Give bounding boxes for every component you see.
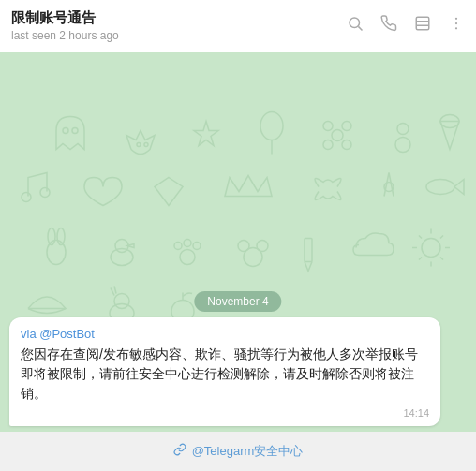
svg-point-50 <box>114 294 129 309</box>
message-via: via @PostBot <box>21 327 429 341</box>
svg-point-37 <box>257 241 268 252</box>
svg-point-36 <box>238 241 249 252</box>
svg-point-10 <box>137 143 141 147</box>
chat-header: 限制账号通告 last seen 2 hours ago <box>0 0 476 52</box>
svg-point-17 <box>323 140 333 150</box>
svg-point-25 <box>426 180 454 195</box>
bottom-bar-label[interactable]: @Telegarm安全中心 <box>192 443 304 460</box>
svg-point-14 <box>332 130 343 141</box>
svg-point-12 <box>260 112 283 140</box>
message-text: 您因存在查阅/发布敏感内容、欺诈、骚扰等行为被他人多次举报账号即将被限制，请前往… <box>21 345 429 404</box>
svg-point-9 <box>72 128 78 134</box>
chat-status: last seen 2 hours ago <box>11 29 347 42</box>
svg-point-22 <box>22 193 31 202</box>
svg-point-6 <box>455 22 457 24</box>
svg-point-29 <box>111 249 133 266</box>
svg-point-5 <box>455 18 457 20</box>
svg-point-32 <box>174 243 182 250</box>
link-icon <box>173 443 186 460</box>
svg-line-1 <box>358 26 362 30</box>
message-time: 14:14 <box>21 407 429 419</box>
svg-line-46 <box>440 236 443 239</box>
svg-point-31 <box>180 250 195 265</box>
svg-point-39 <box>422 239 440 258</box>
svg-point-16 <box>342 122 351 131</box>
svg-point-19 <box>395 138 410 153</box>
date-badge: November 4 <box>194 291 281 312</box>
svg-rect-2 <box>416 17 429 30</box>
chat-title: 限制账号通告 <box>11 9 347 27</box>
svg-line-45 <box>440 258 443 260</box>
chat-area: November 4 via @PostBot 您因存在查阅/发布敏感内容、欺诈… <box>0 52 476 471</box>
svg-point-11 <box>144 143 148 147</box>
svg-point-8 <box>63 128 68 134</box>
header-actions <box>347 15 465 37</box>
bottom-action-bar[interactable]: @Telegarm安全中心 <box>0 432 476 471</box>
chat-header-info: 限制账号通告 last seen 2 hours ago <box>11 9 347 42</box>
svg-line-47 <box>419 258 422 260</box>
svg-point-33 <box>184 240 191 247</box>
svg-point-23 <box>40 188 50 198</box>
svg-line-44 <box>419 236 422 239</box>
svg-point-20 <box>397 124 409 135</box>
search-icon[interactable] <box>347 15 364 37</box>
svg-point-18 <box>342 140 351 150</box>
more-icon[interactable] <box>448 15 465 37</box>
phone-icon[interactable] <box>380 15 397 37</box>
layout-icon[interactable] <box>414 15 431 37</box>
message-wrapper: via @PostBot 您因存在查阅/发布敏感内容、欺诈、骚扰等行为被他人多次… <box>9 317 467 426</box>
svg-rect-38 <box>305 239 312 262</box>
svg-point-0 <box>350 18 360 28</box>
svg-point-34 <box>193 243 201 250</box>
message-bubble: via @PostBot 您因存在查阅/发布敏感内容、欺诈、骚扰等行为被他人多次… <box>9 317 440 426</box>
svg-point-7 <box>455 27 457 29</box>
svg-point-15 <box>323 122 333 131</box>
